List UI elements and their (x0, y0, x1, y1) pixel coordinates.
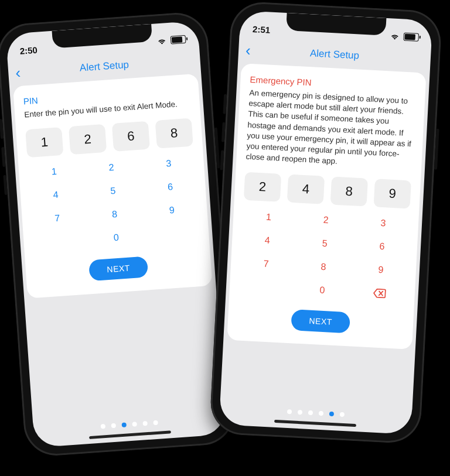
key-6[interactable]: 6 (144, 180, 196, 194)
key-8[interactable]: 8 (88, 207, 141, 221)
key-5[interactable]: 5 (299, 237, 351, 250)
pin-card: PIN Enter the pin you will use to exit A… (13, 74, 213, 299)
emergency-pin-card: Emergency PIN An emergency pin is design… (227, 63, 426, 349)
backspace-icon[interactable] (353, 286, 405, 300)
key-8[interactable]: 8 (298, 260, 350, 273)
page-indicator (220, 406, 412, 420)
battery-icon (171, 35, 186, 44)
dot (298, 410, 302, 415)
dot-active (329, 412, 334, 416)
key-9[interactable]: 9 (355, 263, 407, 276)
home-indicator[interactable] (274, 420, 356, 427)
key-3[interactable]: 3 (142, 157, 195, 171)
key-4[interactable]: 4 (241, 234, 294, 247)
nav-title: Alert Setup (79, 59, 129, 74)
dot (132, 422, 137, 427)
next-button[interactable]: NEXT (291, 309, 350, 333)
dot (101, 424, 106, 429)
screen: 2:51 ‹ Alert Setup Emergency PIN An emer… (219, 11, 433, 434)
section-description: An emergency pin is designed to allow yo… (246, 88, 415, 171)
wifi-icon (389, 31, 400, 42)
keypad: 1 2 3 4 5 6 7 8 9 0 (239, 210, 410, 300)
phone-left: 2:50 ‹ Alert Setup PIN Enter the pin you… (0, 11, 236, 457)
dot (340, 412, 345, 417)
next-button[interactable]: NEXT (88, 256, 148, 282)
pin-display: 2 4 8 9 (244, 172, 411, 208)
pin-digit: 4 (287, 174, 325, 204)
dot (111, 423, 117, 429)
pin-digit: 1 (25, 127, 63, 157)
pin-digit: 8 (330, 176, 368, 206)
phone-right: 2:51 ‹ Alert Setup Emergency PIN An emer… (209, 1, 442, 444)
key-6[interactable]: 6 (356, 239, 408, 253)
battery-icon (403, 33, 419, 42)
pin-digit: 2 (244, 172, 281, 201)
key-0[interactable]: 0 (296, 283, 349, 297)
dot (287, 409, 292, 414)
dot (153, 420, 158, 426)
key-4[interactable]: 4 (30, 188, 82, 202)
pin-digit: 9 (374, 179, 411, 208)
key-1[interactable]: 1 (243, 210, 295, 224)
key-7[interactable]: 7 (31, 211, 83, 225)
status-time: 2:51 (253, 24, 271, 35)
pin-digit: 2 (69, 124, 107, 155)
key-9[interactable]: 9 (146, 203, 198, 217)
key-0[interactable]: 0 (90, 231, 142, 245)
back-button[interactable]: ‹ (246, 42, 251, 57)
screen: 2:50 ‹ Alert Setup PIN Enter the pin you… (6, 20, 227, 447)
wifi-icon (156, 36, 168, 46)
keypad: 1 2 3 4 5 6 7 8 9 0 (28, 157, 200, 249)
page-indicator (33, 416, 226, 434)
dot (319, 411, 323, 416)
pin-digit: 6 (112, 121, 150, 152)
nav-title: Alert Setup (309, 47, 359, 61)
pin-display: 1 2 6 8 (25, 118, 193, 158)
pin-digit: 8 (155, 118, 193, 149)
key-7[interactable]: 7 (240, 257, 292, 270)
key-3[interactable]: 3 (357, 216, 410, 230)
home-indicator[interactable] (89, 430, 171, 439)
status-time: 2:50 (19, 44, 38, 56)
key-5[interactable]: 5 (87, 184, 139, 198)
dot (142, 421, 148, 426)
key-1[interactable]: 1 (28, 165, 80, 179)
dot (308, 410, 313, 415)
key-2[interactable]: 2 (86, 160, 138, 174)
key-2[interactable]: 2 (300, 213, 352, 227)
dot-active (121, 423, 127, 428)
back-button[interactable]: ‹ (15, 65, 21, 81)
